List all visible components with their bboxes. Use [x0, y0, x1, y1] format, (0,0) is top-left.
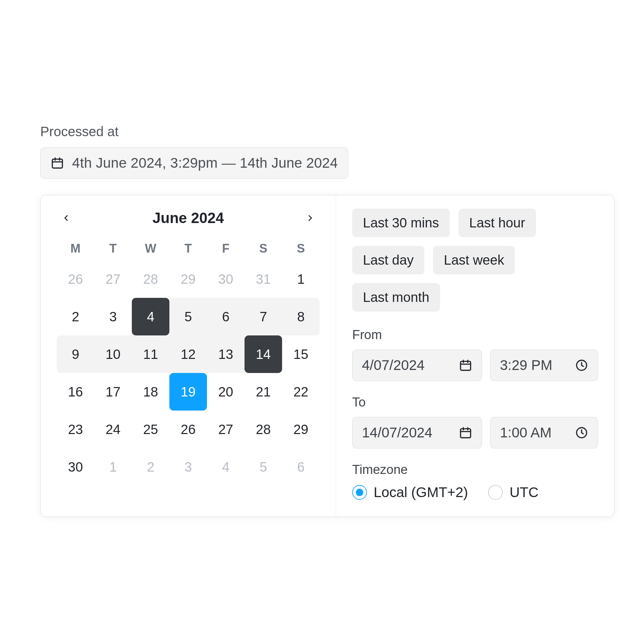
day-of-week: T: [94, 237, 132, 260]
day-of-week: M: [57, 237, 94, 260]
next-month-button[interactable]: [301, 209, 320, 227]
from-date-value: 4/07/2024: [362, 357, 425, 373]
timezone-radio-label: Local (GMT+2): [374, 484, 468, 500]
calendar-day[interactable]: 10: [94, 335, 132, 373]
calendar-day[interactable]: 7: [245, 298, 282, 335]
calendar-day[interactable]: 8: [282, 298, 320, 335]
calendar-day[interactable]: 12: [169, 335, 207, 373]
calendar-day[interactable]: 29: [169, 260, 207, 298]
calendar-day[interactable]: 30: [57, 448, 94, 486]
calendar-day[interactable]: 24: [94, 411, 132, 448]
timezone-radio[interactable]: UTC: [488, 484, 538, 500]
from-time-value: 3:29 PM: [500, 357, 552, 373]
day-of-week-row: MTWTFSS: [57, 237, 320, 260]
radio-dot: [488, 485, 503, 500]
calendar-day[interactable]: 31: [245, 260, 282, 298]
calendar-title: June 2024: [153, 210, 224, 226]
calendar-day[interactable]: 29: [282, 411, 320, 448]
calendar-icon: [51, 156, 64, 170]
from-date-input[interactable]: 4/07/2024: [352, 350, 482, 381]
calendar-day[interactable]: 26: [57, 260, 94, 298]
preset-chip[interactable]: Last day: [352, 246, 424, 274]
preset-list: Last 30 minsLast hourLast dayLast weekLa…: [352, 209, 598, 312]
date-range-trigger[interactable]: 4th June 2024, 3:29pm — 14th June 2024: [40, 147, 348, 179]
calendar-day[interactable]: 6: [207, 298, 245, 335]
clock-icon: [575, 426, 588, 439]
radio-dot: [352, 485, 367, 500]
calendar-day[interactable]: 13: [207, 335, 245, 373]
day-of-week: S: [282, 237, 320, 260]
day-of-week: T: [169, 237, 207, 260]
to-label: To: [352, 395, 598, 410]
calendar-icon: [459, 359, 472, 372]
timezone-radio-label: UTC: [509, 484, 538, 500]
calendar-day[interactable]: 17: [94, 373, 132, 411]
calendar-day[interactable]: 1: [94, 448, 132, 486]
calendar-day[interactable]: 15: [282, 335, 320, 373]
calendar-day[interactable]: 3: [94, 298, 132, 335]
preset-chip[interactable]: Last 30 mins: [352, 209, 450, 237]
calendar-day[interactable]: 21: [245, 373, 282, 411]
from-label: From: [352, 328, 598, 342]
date-range-popover: June 2024 MTWTFSS 2627282930311234567891…: [40, 195, 614, 517]
day-of-week: F: [207, 237, 245, 260]
calendar-day[interactable]: 5: [169, 298, 207, 335]
timezone-options: Local (GMT+2)UTC: [352, 484, 598, 500]
day-of-week: S: [245, 237, 282, 260]
calendar: June 2024 MTWTFSS 2627282930311234567891…: [41, 195, 336, 517]
svg-rect-3: [461, 429, 471, 438]
calendar-day[interactable]: 20: [207, 373, 245, 411]
calendar-day[interactable]: 11: [132, 335, 169, 373]
to-date-input[interactable]: 14/07/2024: [352, 417, 482, 448]
chevron-right-icon: [306, 213, 315, 223]
calendar-day[interactable]: 14: [245, 335, 282, 373]
to-time-input[interactable]: 1:00 AM: [490, 417, 598, 448]
calendar-day[interactable]: 9: [57, 335, 94, 373]
svg-rect-1: [461, 361, 471, 370]
preset-chip[interactable]: Last hour: [459, 209, 536, 237]
calendar-day[interactable]: 2: [57, 298, 94, 335]
prev-month-button[interactable]: [57, 209, 75, 227]
timezone-label: Timezone: [352, 463, 598, 477]
preset-chip[interactable]: Last week: [433, 246, 515, 274]
calendar-day[interactable]: 5: [245, 448, 282, 486]
calendar-day[interactable]: 16: [57, 373, 94, 411]
calendar-day[interactable]: 23: [57, 411, 94, 448]
calendar-day[interactable]: 22: [282, 373, 320, 411]
date-range-panel: Last 30 minsLast hourLast dayLast weekLa…: [336, 195, 614, 517]
date-range-text: 4th June 2024, 3:29pm — 14th June 2024: [72, 155, 338, 171]
calendar-day[interactable]: 26: [169, 411, 207, 448]
calendar-day[interactable]: 4: [132, 298, 169, 335]
calendar-day[interactable]: 4: [207, 448, 245, 486]
calendar-day[interactable]: 30: [207, 260, 245, 298]
calendar-days: 2627282930311234567891011121314151617181…: [57, 260, 320, 486]
svg-rect-0: [52, 159, 62, 168]
calendar-day[interactable]: 28: [245, 411, 282, 448]
calendar-day[interactable]: 28: [132, 260, 169, 298]
from-time-input[interactable]: 3:29 PM: [490, 350, 598, 381]
calendar-day[interactable]: 6: [282, 448, 320, 486]
chevron-left-icon: [61, 213, 71, 223]
calendar-day[interactable]: 25: [132, 411, 169, 448]
day-of-week: W: [132, 237, 169, 260]
preset-chip[interactable]: Last month: [352, 283, 440, 312]
calendar-day[interactable]: 19: [169, 373, 207, 411]
calendar-day[interactable]: 1: [282, 260, 320, 298]
clock-icon: [575, 359, 588, 372]
calendar-day[interactable]: 3: [169, 448, 207, 486]
calendar-day[interactable]: 27: [207, 411, 245, 448]
to-date-value: 14/07/2024: [362, 425, 432, 441]
field-label: Processed at: [40, 124, 614, 139]
calendar-day[interactable]: 18: [132, 373, 169, 411]
calendar-icon: [459, 426, 472, 439]
timezone-radio[interactable]: Local (GMT+2): [352, 484, 468, 500]
calendar-day[interactable]: 2: [132, 448, 169, 486]
to-time-value: 1:00 AM: [500, 425, 551, 441]
calendar-day[interactable]: 27: [94, 260, 132, 298]
